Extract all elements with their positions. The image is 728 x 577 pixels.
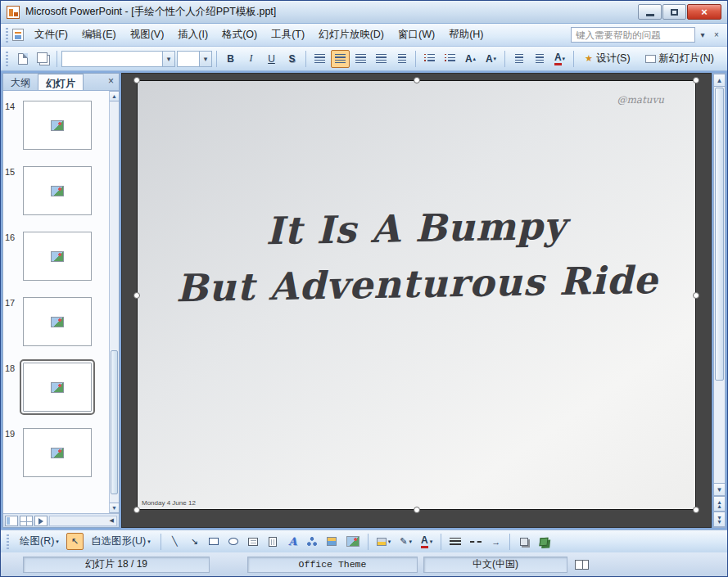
toolbar-grip[interactable] [6, 52, 8, 66]
fill-color-button[interactable]: ▾ [373, 533, 395, 550]
dash-style-button[interactable] [467, 533, 485, 550]
underline-button[interactable]: U [262, 50, 281, 68]
font-size-combobox[interactable]: ▾ [177, 51, 212, 67]
slide-editor-area[interactable]: @matuvu It Is A Bumpy But Adventurous Ri… [121, 73, 712, 528]
line-style-button[interactable] [446, 533, 464, 550]
scrollbar-track[interactable] [714, 87, 725, 483]
pane-scrollbar[interactable]: ▲ ▼ [109, 91, 119, 513]
toolbar-grip[interactable] [6, 28, 8, 43]
slide-thumbnail-14[interactable] [23, 101, 92, 150]
rectangle-tool-button[interactable] [206, 533, 223, 550]
line-spacing-button[interactable] [392, 50, 411, 68]
selection-handle-bottom-left[interactable] [133, 507, 140, 513]
menu-tools[interactable]: 工具(T) [265, 25, 311, 45]
toolbar-grip[interactable] [7, 534, 9, 549]
line-tool-button[interactable]: ╲ [166, 533, 183, 550]
bold-button[interactable]: B [221, 50, 240, 68]
selection-handle-bottom-right[interactable] [693, 507, 699, 513]
clip-art-button[interactable] [323, 533, 341, 550]
increase-indent-button[interactable] [530, 50, 549, 68]
autoshapes-menu-button[interactable]: 自选图形(U) ▾ [86, 533, 156, 550]
slide-thumbnail-18-selected[interactable] [23, 363, 92, 412]
slide-thumbnail-16[interactable] [23, 232, 92, 281]
text-shadow-button[interactable]: S [283, 50, 301, 68]
pane-scrollbar-track[interactable] [110, 101, 119, 503]
font-color-button[interactable]: A▾ [550, 50, 569, 68]
slide-design-button[interactable]: ★ 设计(S) [578, 49, 637, 69]
theme-indicator[interactable]: Office Theme [247, 557, 418, 573]
decrease-indent-button[interactable] [509, 50, 528, 68]
next-slide-button[interactable]: ▾ ▾ [714, 512, 725, 527]
help-search-input[interactable] [571, 27, 695, 43]
minimize-button[interactable] [638, 4, 662, 20]
close-button[interactable]: × [687, 4, 721, 20]
menu-view[interactable]: 视图(V) [124, 25, 171, 45]
new-presentation-button[interactable] [13, 50, 32, 68]
tab-outline[interactable]: 大纲 [3, 74, 38, 90]
slide-canvas[interactable]: @matuvu It Is A Bumpy But Adventurous Ri… [137, 80, 696, 510]
new-slide-button[interactable]: 新幻灯片(N) [639, 49, 721, 69]
document-close-button[interactable]: × [710, 27, 723, 43]
select-objects-button[interactable]: ↖ [66, 533, 84, 550]
previous-slide-button[interactable]: ▴ ▴ [714, 496, 725, 512]
align-right-button[interactable] [351, 50, 370, 68]
copy-button[interactable] [34, 50, 52, 68]
menu-insert[interactable]: 插入(I) [171, 25, 215, 45]
normal-view-button[interactable] [5, 516, 18, 526]
selection-handle-top-left[interactable] [133, 77, 140, 83]
tab-slides[interactable]: 幻灯片 [38, 74, 84, 90]
menu-window[interactable]: 窗口(W) [391, 25, 441, 45]
insert-picture-button[interactable] [343, 533, 363, 550]
menu-format[interactable]: 格式(O) [215, 25, 264, 45]
slide-thumbnail-17[interactable] [23, 297, 92, 346]
align-left-button[interactable] [310, 50, 329, 68]
scroll-down-button[interactable]: ▼ [714, 483, 725, 496]
slide-thumbnail-15[interactable] [23, 166, 92, 215]
threed-style-button[interactable] [535, 533, 552, 550]
scroll-up-button[interactable]: ▲ [714, 74, 725, 87]
increase-font-button[interactable]: A▴ [461, 50, 480, 68]
pane-scrollbar-thumb[interactable] [111, 350, 118, 494]
maximize-button[interactable] [662, 4, 686, 20]
font-size-value[interactable] [178, 52, 199, 66]
font-name-value[interactable] [62, 52, 162, 66]
selection-handle-top-right[interactable] [693, 77, 699, 83]
decrease-font-button[interactable]: A▾ [482, 50, 500, 68]
shadow-style-button[interactable] [515, 533, 532, 550]
oval-tool-button[interactable] [225, 533, 242, 550]
document-icon[interactable] [12, 29, 24, 41]
slideshow-view-button[interactable] [34, 516, 47, 526]
vertical-scrollbar[interactable]: ▲ ▼ ▴ ▴ ▾ ▾ [713, 73, 726, 528]
language-indicator[interactable]: 中文(中国) [423, 557, 567, 573]
justify-button[interactable] [372, 50, 391, 68]
font-color-button[interactable]: A▾ [418, 533, 436, 550]
draw-menu-button[interactable]: 绘图(R) ▾ [15, 533, 64, 550]
pane-close-button[interactable]: × [103, 74, 119, 90]
pane-horizontal-scrollbar[interactable]: ◀ [49, 516, 117, 526]
menu-file[interactable]: 文件(F) [28, 25, 75, 45]
menu-edit[interactable]: 编辑(E) [75, 25, 123, 45]
vertical-text-box-button[interactable] [265, 533, 282, 550]
text-box-button[interactable] [245, 533, 262, 550]
align-center-button[interactable] [331, 50, 350, 68]
bullet-list-button[interactable] [441, 50, 459, 68]
selection-handle-bottom-center[interactable] [414, 507, 420, 513]
numbered-list-button[interactable] [420, 50, 439, 68]
italic-button[interactable]: I [242, 50, 260, 68]
diagram-button[interactable] [304, 533, 321, 550]
scrollbar-thumb[interactable] [715, 88, 724, 381]
slide-title-text[interactable]: It Is A Bumpy But Adventurous Ride [137, 196, 696, 317]
slide-thumbnail-19[interactable] [23, 428, 92, 477]
pane-scroll-down-button[interactable]: ▼ [110, 503, 119, 513]
menu-help[interactable]: 帮助(H) [442, 25, 490, 45]
toolbar-options-button[interactable]: ▾ [696, 27, 709, 43]
slide-sorter-view-button[interactable] [20, 516, 33, 526]
spellcheck-book-icon[interactable] [575, 560, 589, 570]
wordart-button[interactable]: A [284, 533, 301, 550]
chevron-down-icon[interactable]: ▾ [199, 52, 211, 66]
selection-handle-top-center[interactable] [414, 77, 420, 83]
line-color-button[interactable]: ✎▾ [396, 533, 415, 550]
pane-scroll-up-button[interactable]: ▲ [110, 91, 119, 101]
left-arrow-icon[interactable]: ◀ [107, 517, 116, 524]
chevron-down-icon[interactable]: ▾ [162, 52, 174, 66]
